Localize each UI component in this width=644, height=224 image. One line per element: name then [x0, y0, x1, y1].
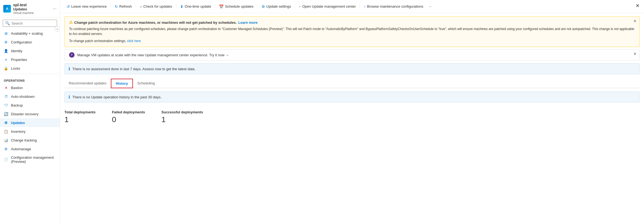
sidebar-item-label: Availability + scaling	[11, 31, 43, 36]
page-title: Updates	[13, 7, 34, 11]
sidebar-item-bastion[interactable]: ✕ Bastion	[0, 83, 60, 92]
more-label: ···	[429, 4, 432, 8]
window-close-button[interactable]: ✕	[636, 3, 640, 9]
assessment-banner: ℹ There is no assessment done in last 7 …	[64, 63, 640, 74]
stat-successful: Successful deployments 1	[161, 110, 203, 124]
search-input[interactable]	[11, 21, 55, 25]
sidebar-item-label: Configuration management (Preview)	[11, 155, 56, 164]
sidebar-item-identity[interactable]: 👤 Identity	[0, 46, 60, 55]
sidebar-item-label: Backup	[11, 103, 23, 107]
browse-maintenance-button[interactable]: ↑ Browse maintenance configurations	[361, 3, 425, 10]
bastion-icon: ✕	[4, 86, 8, 90]
tab-recommended-updates[interactable]: Recommended updates	[64, 79, 111, 88]
disaster-recovery-icon: 🔄	[4, 112, 8, 116]
stat-failed-label: Failed deployments	[112, 110, 145, 114]
refresh-button[interactable]: ↻ Refresh	[112, 3, 134, 10]
identity-icon: 👤	[4, 49, 8, 53]
azure-logo: A	[3, 5, 11, 13]
warning-banner-close[interactable]: ✕	[633, 19, 637, 23]
sidebar-item-availability[interactable]: ⊞ Availability + scaling	[0, 29, 60, 38]
resource-type: Virtual machine	[13, 11, 34, 14]
sidebar-item-disaster-recovery[interactable]: 🔄 Disaster recovery	[0, 110, 60, 118]
history-content: ℹ There is no Update operation history i…	[60, 88, 644, 129]
toolbar-separator-6	[295, 4, 295, 9]
sidebar: A spl-test Updates Virtual machine ··· 🔍…	[0, 0, 60, 224]
leave-new-experience-button[interactable]: ↺ Leave new experience	[64, 3, 109, 10]
refresh-label: Refresh	[119, 4, 132, 8]
autoshutdown-icon: ⏱	[4, 94, 8, 99]
search-icon: 🔍	[5, 21, 10, 25]
tabs-area: Recommended updates History Scheduling	[60, 74, 644, 88]
sidebar-item-label: Auto-shutdown	[11, 95, 35, 99]
toolbar-separator-2	[136, 4, 136, 9]
learn-more-link[interactable]: Learn more	[238, 20, 258, 25]
properties-icon: ≡	[4, 57, 8, 62]
warning-title: ⚠ Change patch orchestration for Azure m…	[69, 20, 635, 25]
leave-icon: ↺	[67, 4, 70, 9]
leave-new-experience-label: Leave new experience	[71, 4, 107, 8]
sidebar-item-backup[interactable]: 🛡 Backup	[0, 101, 60, 110]
sidebar-item-label: Locks	[11, 66, 20, 70]
one-time-update-button[interactable]: ⬇ One-time update	[178, 3, 213, 10]
sidebar-item-automanage[interactable]: ⚙ Automanage	[0, 145, 60, 153]
inventory-icon: 📋	[4, 129, 8, 134]
stat-total: Total deployments 1	[64, 110, 96, 124]
warning-body: To continue patching Azure machines as p…	[69, 26, 635, 43]
locks-icon: 🔒	[4, 66, 8, 70]
refresh-icon: ↻	[115, 4, 118, 9]
schedule-updates-icon: 📅	[219, 4, 224, 9]
sidebar-item-inventory[interactable]: 📋 Inventory	[0, 127, 60, 136]
header-ellipsis[interactable]: ···	[53, 6, 57, 11]
tabs-row: Recommended updates History Scheduling	[64, 79, 640, 88]
no-history-icon: ℹ	[69, 95, 70, 99]
tab-history[interactable]: History	[111, 79, 133, 88]
click-here-link[interactable]: click here	[127, 39, 141, 43]
config-management-icon: 📄	[4, 157, 8, 162]
sidebar-item-label: Disaster recovery	[11, 112, 38, 116]
stat-successful-value: 1	[161, 115, 203, 124]
open-update-mgmt-label: Open Update management center	[302, 4, 356, 8]
sidebar-item-label: Change tracking	[11, 138, 37, 142]
backup-icon: 🛡	[4, 103, 8, 107]
search-box[interactable]: 🔍	[3, 20, 57, 27]
one-time-update-icon: ⬇	[180, 4, 183, 9]
assessment-text: There is no assessment done in last 7 da…	[72, 67, 195, 71]
sidebar-item-configuration[interactable]: ⚙ Configuration	[0, 38, 60, 46]
sidebar-item-properties[interactable]: ≡ Properties	[0, 55, 60, 64]
toolbar-separator-1	[111, 4, 111, 9]
sidebar-header: A spl-test Updates Virtual machine ···	[0, 0, 60, 17]
sidebar-item-locks[interactable]: 🔒 Locks	[0, 64, 60, 73]
warning-banner: ✕ ⚠ Change patch orchestration for Azure…	[64, 16, 640, 47]
warning-icon: ⚠	[69, 20, 73, 25]
no-history-bar: ℹ There is no Update operation history i…	[64, 92, 640, 102]
one-time-update-label: One-time update	[185, 4, 211, 8]
availability-icon: ⊞	[4, 31, 8, 36]
warning-body-text2: To change patch orchestration settings, …	[69, 39, 635, 43]
schedule-updates-button[interactable]: 📅 Schedule updates	[217, 3, 256, 10]
open-update-mgmt-icon: ↑	[299, 4, 301, 9]
sidebar-item-change-tracking[interactable]: 📊 Change tracking	[0, 136, 60, 145]
assessment-info-bar: ℹ There is no assessment done in last 7 …	[64, 63, 640, 74]
tab-scheduling[interactable]: Scheduling	[133, 79, 159, 88]
toolbar-separator-4	[215, 4, 215, 9]
assessment-icon: ℹ	[69, 66, 70, 71]
update-settings-label: Update settings	[266, 4, 291, 8]
sidebar-item-config-management[interactable]: 📄 Configuration management (Preview)	[0, 153, 60, 166]
check-updates-button[interactable]: ○ Check for updates	[138, 3, 174, 10]
no-history-text: There is no Update operation history in …	[72, 95, 162, 99]
sidebar-item-updates[interactable]: ⚙ Updates	[0, 118, 60, 127]
promo-text: Manage VM updates at scale with the new …	[77, 53, 229, 57]
sidebar-collapse-button[interactable]: ‹‹	[55, 26, 60, 32]
sidebar-item-autoshutdown[interactable]: ⏱ Auto-shutdown	[0, 92, 60, 101]
more-button[interactable]: ···	[426, 3, 434, 10]
change-tracking-icon: 📊	[4, 138, 8, 142]
sidebar-item-label: Identity	[11, 49, 22, 53]
update-settings-button[interactable]: ⚙ Update settings	[259, 3, 293, 10]
sidebar-divider	[0, 74, 60, 74]
schedule-updates-label: Schedule updates	[225, 4, 253, 8]
warning-body-text1: To continue patching Azure machines as p…	[69, 26, 635, 36]
sidebar-item-label: Updates	[11, 121, 25, 125]
check-updates-icon: ○	[140, 4, 142, 9]
open-update-mgmt-button[interactable]: ↑ Open Update management center	[297, 3, 358, 10]
promo-banner-close[interactable]: ✕	[633, 52, 637, 56]
